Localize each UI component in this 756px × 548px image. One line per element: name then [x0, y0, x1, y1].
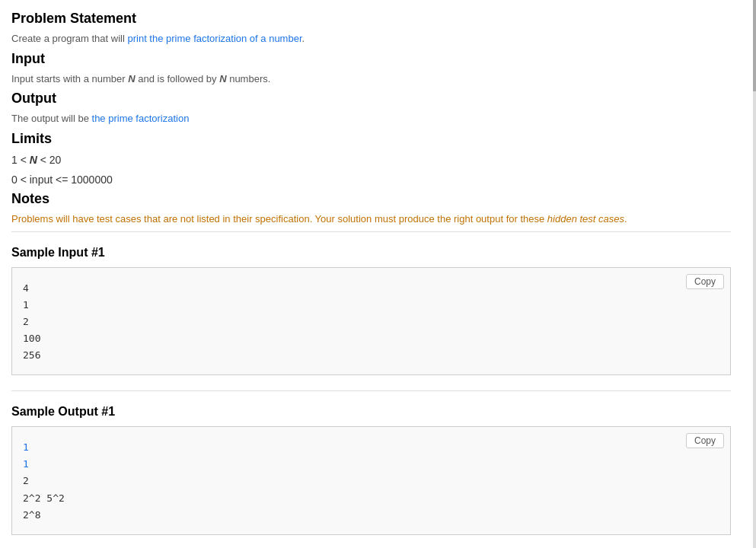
divider-1	[11, 231, 731, 232]
notes-warning-end: .	[624, 213, 627, 225]
input-n1: N	[128, 73, 135, 84]
output-line-4: 2^2 5^2	[23, 490, 719, 507]
output-section: Output The output will be the prime fact…	[11, 91, 731, 126]
output-line-5: 2^8	[23, 507, 719, 524]
problem-statement-title: Problem Statement	[11, 11, 731, 27]
ps-desc-end: .	[302, 33, 305, 44]
output-line-3: 2	[23, 473, 719, 489]
notes-title: Notes	[11, 191, 731, 207]
sample-output-1-block: Copy 1 1 2 2^2 5^2 2^8	[11, 426, 731, 534]
input-title: Input	[11, 51, 731, 67]
problem-statement-section: Problem Statement Create a program that …	[11, 11, 731, 46]
limits-title: Limits	[11, 131, 731, 147]
input-description: Input starts with a number N and is foll…	[11, 72, 731, 87]
limits-section: Limits 1 < N < 20 0 < input <= 1000000	[11, 131, 731, 189]
input-n2: N	[219, 73, 226, 84]
output-line-1: 1	[23, 439, 719, 456]
output-desc-link: the prime factorization	[92, 113, 190, 124]
output-line-2: 1	[23, 456, 719, 473]
sample-input-1-section: Sample Input #1 Copy 4 1 2 100 256	[11, 231, 731, 375]
input-line-2: 1	[23, 297, 719, 314]
problem-statement-description: Create a program that will print the pri…	[11, 31, 731, 46]
input-line-5: 256	[23, 347, 719, 364]
sample-output-1-title: Sample Output #1	[11, 405, 731, 419]
notes-section: Notes Problems will have test cases that…	[11, 191, 731, 227]
limits-line2: 0 < input <= 1000000	[11, 171, 731, 188]
divider-2	[11, 390, 731, 391]
copy-output-button[interactable]: Copy	[686, 433, 724, 448]
sample-input-1-content: 4 1 2 100 256	[23, 280, 719, 364]
sample-input-1-block: Copy 4 1 2 100 256	[11, 267, 731, 375]
ps-desc-link: print the prime factorization of a numbe…	[127, 33, 301, 44]
input-line-4: 100	[23, 330, 719, 347]
input-section: Input Input starts with a number N and i…	[11, 51, 731, 87]
input-line-3: 2	[23, 314, 719, 330]
output-description: The output will be the prime factorizati…	[11, 111, 731, 126]
input-desc-plain: Input starts with a number	[11, 73, 128, 84]
output-title: Output	[11, 91, 731, 107]
sample-input-1-title: Sample Input #1	[11, 246, 731, 260]
notes-warning: Problems will have test cases that are n…	[11, 212, 731, 227]
input-line-1: 4	[23, 280, 719, 297]
copy-input-button[interactable]: Copy	[686, 274, 724, 289]
input-desc-mid: and is followed by	[136, 73, 220, 84]
output-desc-plain: The output will be	[11, 113, 92, 124]
limits-line1: 1 < N < 20	[11, 151, 731, 168]
notes-warning-plain: Problems will have test cases that are n…	[11, 213, 547, 225]
sample-output-1-content: 1 1 2 2^2 5^2 2^8	[23, 439, 719, 523]
ps-desc-plain: Create a program that will	[11, 33, 127, 44]
scrollbar[interactable]	[753, 0, 756, 548]
sample-output-1-section: Sample Output #1 Copy 1 1 2 2^2 5^2 2^8	[11, 390, 731, 534]
input-desc-end: numbers.	[227, 73, 271, 84]
scrollbar-thumb[interactable]	[753, 0, 756, 91]
notes-warning-italic: hidden test cases	[547, 213, 624, 225]
